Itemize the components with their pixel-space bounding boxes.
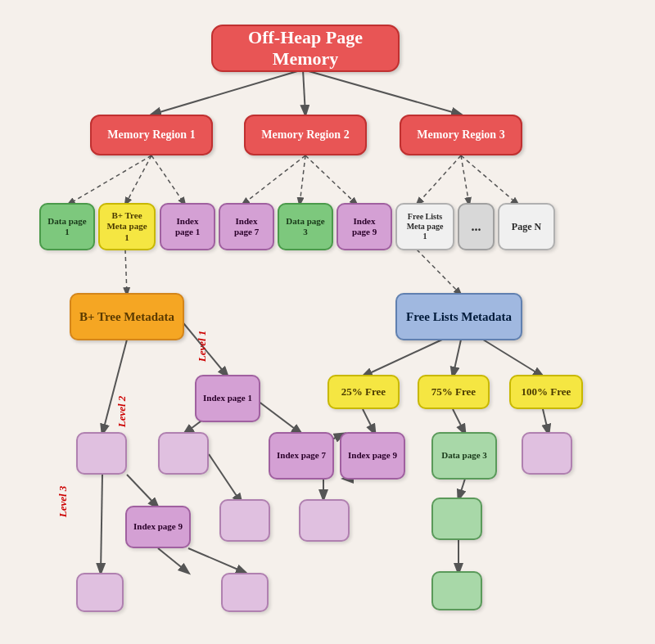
bptree-meta-node: B+ Tree Meta page 1	[98, 203, 156, 250]
svg-line-18	[127, 475, 158, 507]
svg-line-22	[209, 454, 242, 503]
svg-line-27	[483, 340, 543, 376]
index-page9-l3-node: Index page 9	[125, 506, 191, 548]
level2-label: Level 2	[115, 396, 129, 428]
svg-line-9	[417, 155, 461, 205]
region3-node: Memory Region 3	[400, 115, 522, 155]
svg-line-10	[461, 155, 469, 205]
purple-small-l3-left	[76, 573, 124, 612]
pct75-node: 75% Free	[418, 375, 490, 409]
purple-box-l3-mid2	[299, 499, 350, 542]
svg-line-16	[258, 401, 301, 434]
level3-label: Level 3	[56, 486, 70, 518]
svg-line-11	[461, 155, 518, 205]
svg-line-28	[363, 409, 375, 434]
svg-line-1	[303, 70, 305, 115]
green-small-2-node	[431, 571, 482, 610]
region2-node: Memory Region 2	[244, 115, 367, 155]
svg-line-32	[458, 479, 465, 499]
data-page1-node: Data page 1	[39, 203, 95, 250]
svg-line-7	[300, 155, 305, 205]
page-n-node: Page N	[498, 203, 555, 250]
svg-line-13	[417, 250, 461, 295]
ellipsis-node: ...	[458, 203, 495, 250]
svg-line-0	[151, 70, 303, 115]
svg-line-25	[363, 340, 442, 376]
svg-line-26	[453, 340, 461, 376]
diagram: Off-Heap Page Memory Memory Region 1 Mem…	[0, 0, 655, 644]
index-page7-top-node: Index page 7	[219, 203, 274, 250]
purple-box-l2-mid	[158, 432, 209, 475]
pct25-node: 25% Free	[328, 375, 400, 409]
data-page3-l2-node: Data page 3	[431, 432, 497, 480]
purple-small-4-node	[522, 432, 572, 475]
svg-line-20	[158, 548, 188, 573]
index-page1-l1-node: Index page 1	[195, 375, 260, 422]
data-page3-top-node: Data page 3	[278, 203, 333, 250]
svg-line-8	[305, 155, 357, 205]
level1-label: Level 1	[196, 331, 209, 363]
index-page7-l2-node: Index page 7	[269, 432, 334, 480]
free-lists-meta-page-node: Free Lists Meta page 1	[395, 203, 454, 250]
purple-box-l3-mid1	[219, 499, 270, 542]
index-page1-top-node: Index page 1	[160, 203, 215, 250]
purple-small-l3-right2	[221, 573, 269, 612]
root-node: Off-Heap Page Memory	[211, 25, 400, 72]
region1-node: Memory Region 1	[90, 115, 213, 155]
svg-line-12	[125, 250, 127, 295]
svg-line-5	[151, 155, 185, 205]
index-page9-right-node: Index page 9	[340, 432, 405, 480]
svg-line-4	[125, 155, 151, 205]
svg-line-2	[303, 70, 461, 115]
svg-line-21	[188, 548, 246, 573]
svg-line-30	[543, 409, 549, 434]
purple-box-l2-left	[76, 432, 127, 475]
bptree-metadata-node: B+ Tree Metadata	[70, 293, 184, 340]
svg-line-6	[242, 155, 305, 205]
svg-line-29	[453, 409, 465, 434]
green-small-1-node	[431, 498, 482, 540]
svg-line-3	[68, 155, 151, 205]
pct100-node: 100% Free	[509, 375, 583, 409]
free-lists-metadata-node: Free Lists Metadata	[395, 293, 522, 340]
svg-line-19	[101, 475, 102, 573]
index-page9-top-node: Index page 9	[337, 203, 392, 250]
